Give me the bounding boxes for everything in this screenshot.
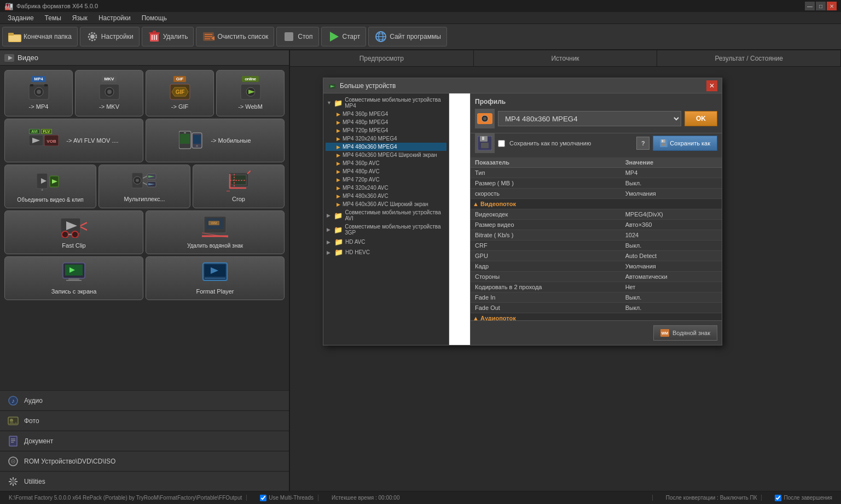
tree-item-mp4-480x360-avc[interactable]: ▶ MP4 480x360 AVC: [326, 192, 446, 200]
svg-point-98: [13, 461, 14, 462]
tree-item-mp4-640x360-mpeg4[interactable]: ▶ MP4 640x360 MPEG4 Широкий экран: [326, 151, 446, 159]
audio-icon: ♪: [7, 394, 20, 407]
folder-button[interactable]: Конечная папка: [2, 27, 78, 46]
format-mkv[interactable]: MKV -> MKV: [75, 70, 143, 116]
profile-select[interactable]: MP4 360p MPEG4 MP4 480p MPEG4 MP4 480x36…: [498, 111, 681, 126]
webm-label: -> WebM: [238, 103, 263, 110]
format-mobile[interactable]: -> Мобильные: [146, 119, 285, 162]
svg-point-3: [90, 34, 95, 39]
menu-nastroyki[interactable]: Настройки: [93, 13, 136, 23]
multithreads-checkbox[interactable]: [260, 495, 266, 501]
format-mp4[interactable]: MP4 -> MP4: [4, 70, 73, 116]
menu-temy[interactable]: Темы: [39, 13, 67, 23]
tree-item-mp4-480p-avc[interactable]: ▶ MP4 480p AVC: [326, 167, 446, 175]
watermark-button[interactable]: WM Водяной знак: [653, 325, 717, 341]
rom-label: ROM Устройство\DVD\CD\ISO: [24, 458, 115, 465]
tab-preview[interactable]: Предпросмотр: [290, 50, 474, 66]
tree-item-mp4-360p-mpeg4[interactable]: ▶ MP4 360p MPEG4: [326, 110, 446, 118]
format-watermark-remove[interactable]: WM Удалить водяной знак: [146, 210, 285, 254]
tree-item-mp4-480p-mpeg4[interactable]: ▶ MP4 480p MPEG4: [326, 118, 446, 126]
tree-item-mp4-480x360-mpeg4[interactable]: ▶ MP4 480x360 MPEG4: [326, 143, 446, 151]
menu-yazyk[interactable]: Язык: [67, 13, 93, 23]
format-player[interactable]: Format Player: [146, 256, 285, 300]
start-button[interactable]: Старт: [321, 27, 367, 46]
svg-rect-108: [481, 143, 489, 148]
format-fastclip[interactable]: Fast Clip: [4, 210, 143, 254]
dialog-close-button[interactable]: ✕: [706, 80, 717, 91]
param-row-bitrate: Bitrate ( Kb/s )1024: [471, 230, 722, 241]
param-row-size: Размер ( МВ )Выкл.: [471, 178, 722, 189]
help-button[interactable]: ?: [636, 137, 649, 150]
svg-text:GIF: GIF: [175, 89, 184, 95]
tree-item-avi-compat[interactable]: ▶ 📁 Совместимые мобильные устройства AVI: [326, 208, 446, 222]
rom-section[interactable]: ROM Устройство\DVD\CD\ISO: [0, 451, 289, 471]
after-finish-label: После завершения: [784, 495, 832, 501]
fastclip-label: Fast Clip: [62, 242, 85, 249]
format-avi[interactable]: AVI FLV VOB -> AVI FLV MOV ....: [4, 119, 143, 162]
save-as-button[interactable]: Сохранить как: [653, 136, 717, 151]
format-webm[interactable]: online -> WebM: [216, 70, 285, 116]
ok-button[interactable]: OK: [685, 111, 717, 126]
section-audiostream: ▲ Аудиопоток: [471, 313, 722, 321]
save-default-checkbox[interactable]: [498, 140, 505, 147]
param-row-gpu: GPUAuto Detect: [471, 251, 722, 261]
menubar: Задание Темы Язык Настройки Помощь: [0, 12, 841, 24]
start-label: Старт: [343, 33, 361, 40]
tree-item-hd-hevc[interactable]: ▶ 📁 HD HEVC: [326, 247, 446, 257]
fastclip-icon: [61, 216, 87, 239]
watermark-label: Водяной знак: [672, 330, 710, 336]
format-crop[interactable]: Crop: [193, 165, 285, 208]
website-button[interactable]: Сайт программы: [368, 27, 447, 46]
document-section[interactable]: Документ: [0, 431, 289, 450]
menu-pomoshch[interactable]: Помощь: [136, 13, 172, 23]
utilities-section[interactable]: Utilities: [0, 471, 289, 491]
close-button[interactable]: ✕: [827, 2, 837, 10]
profile-icon: [475, 109, 495, 128]
tree-item-mp4-320x240-mpeg4[interactable]: ▶ MP4 320x240 MPEG4: [326, 134, 446, 143]
clear-button[interactable]: Очистить список: [196, 27, 274, 46]
tree-item-mp4-320x240-avc[interactable]: ▶ MP4 320x240 AVC: [326, 184, 446, 192]
maximize-button[interactable]: □: [816, 2, 826, 10]
tree-item-mp4-720p-avc[interactable]: ▶ MP4 720p AVC: [326, 175, 446, 184]
photo-section[interactable]: Фото: [0, 411, 289, 430]
mobile-label: -> Мобильные: [211, 137, 251, 144]
multithreads-label: Use Multi-Threads: [269, 495, 314, 501]
svg-rect-113: [662, 140, 663, 142]
svg-text:WM: WM: [211, 221, 217, 225]
format-screenrecord[interactable]: Запись с экрана: [4, 256, 143, 300]
svg-point-99: [11, 479, 15, 484]
stop-button[interactable]: Стоп: [276, 27, 318, 46]
save-icon: [475, 133, 495, 153]
tree-item-mp4-640x360-avc[interactable]: ▶ MP4 640x360 AVC Широкий экран: [326, 200, 446, 208]
after-finish-checkbox[interactable]: [775, 495, 781, 501]
delete-button[interactable]: Удалить: [142, 27, 194, 46]
tree-item-mp4-360p-avc[interactable]: ▶ MP4 360p AVC: [326, 159, 446, 167]
svg-text:WM: WM: [662, 331, 669, 335]
col-param: Показатель: [471, 157, 621, 168]
menu-zadanie[interactable]: Задание: [2, 13, 39, 23]
path-text: K:\Format Factory 5.0.0.0 x64 RePack (Po…: [9, 495, 242, 501]
tree-item-hd-avc[interactable]: ▶ 📁 HD AVC: [326, 237, 446, 247]
format-multiplex[interactable]: Мультиплекс...: [98, 165, 190, 208]
right-content: Больше устройств ✕ ▼ 📁 Совместимые мобил…: [290, 67, 841, 491]
tree-item-mp4-compat[interactable]: ▼ 📁 Совместимые мобильные устройства MP4: [326, 96, 446, 110]
svg-point-105: [483, 117, 486, 120]
svg-rect-47: [193, 135, 201, 144]
toolbar: Конечная папка Настройки Удалить Очистит…: [0, 24, 841, 50]
titlebar-controls[interactable]: — □ ✕: [805, 2, 837, 10]
tree-item-3gp-compat[interactable]: ▶ 📁 Совместимые мобильные устройства 3GP: [326, 222, 446, 237]
audio-label: Аудио: [24, 397, 43, 405]
minimize-button[interactable]: —: [805, 2, 815, 10]
audio-section[interactable]: ♪ Аудио: [0, 390, 289, 410]
status-path: K:\Format Factory 5.0.0.0 x64 RePack (Po…: [4, 495, 247, 501]
svg-rect-64: [231, 175, 246, 185]
svg-text:VOB: VOB: [47, 139, 57, 144]
tree-item-mp4-720p-mpeg4[interactable]: ▶ MP4 720p MPEG4: [326, 126, 446, 134]
settings-button[interactable]: Настройки: [80, 27, 140, 46]
format-join[interactable]: + Объединить видео & клип: [4, 165, 96, 208]
svg-point-70: [72, 231, 78, 238]
tab-result[interactable]: Результат / Состояние: [657, 50, 841, 66]
format-gif[interactable]: GIF GIF -> GIF: [146, 70, 214, 116]
tab-source[interactable]: Источник: [474, 50, 658, 66]
param-row-crf: CRFВыкл.: [471, 241, 722, 251]
